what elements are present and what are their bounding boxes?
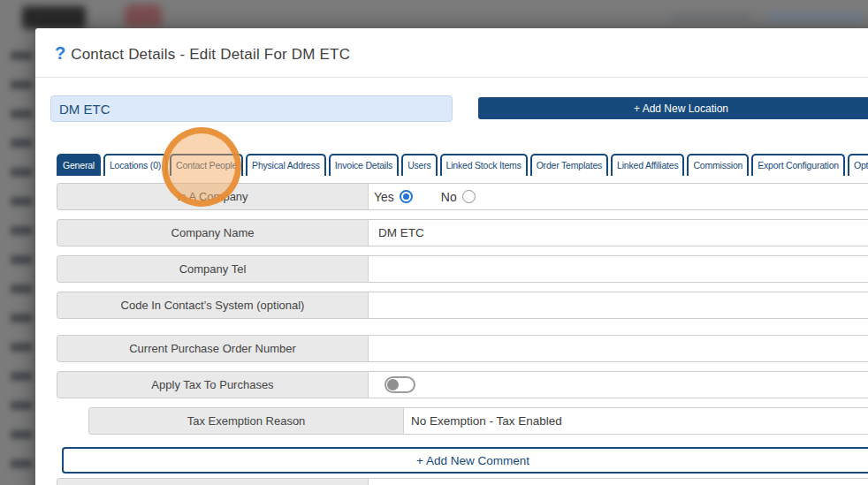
tab-export-configuration[interactable]: Export Configuration	[751, 154, 845, 176]
field-label: Company Name	[57, 220, 369, 246]
apply-tax-value	[369, 372, 868, 398]
field-label: Company Tel	[57, 256, 369, 282]
background-logo	[125, 4, 162, 27]
tab-general[interactable]: General	[57, 154, 101, 176]
top-controls: + Add New Location	[50, 95, 868, 122]
tab-contact-people[interactable]: Contact People	[170, 154, 243, 176]
apply-tax-toggle-off[interactable]	[385, 376, 415, 393]
form-row-tax-exemption-reason: Tax Exemption Reason No Exemption - Tax …	[88, 407, 868, 435]
is-a-company-radio-group: Yes No	[369, 184, 868, 209]
form-row-apply-tax-to-purchases: Apply Tax To Purchases	[57, 371, 868, 398]
current-purchase-order-number-value[interactable]	[369, 336, 868, 361]
field-label: Apply Tax To Purchases	[57, 372, 369, 398]
company-name-value[interactable]: DM ETC	[369, 220, 868, 246]
modal-title: Contact Details - Edit Detail For DM ETC	[71, 46, 350, 63]
tab-physical-address[interactable]: Physical Address	[246, 154, 326, 176]
contact-details-modal: ?Contact Details - Edit Detail For DM ET…	[35, 28, 868, 485]
radio-no-icon[interactable]	[462, 190, 476, 203]
background-top-links-2	[672, 13, 751, 21]
form-row-current-purchase-order-number: Current Purchase Order Number	[57, 335, 868, 362]
help-icon[interactable]: ?	[55, 43, 65, 63]
form-row-is-a-company: Is A Company Yes No	[57, 183, 868, 210]
radio-option-no[interactable]: No	[441, 190, 476, 204]
general-tab-form: Is A Company Yes No Company Name DM ETC …	[57, 183, 868, 485]
background-top-links	[767, 11, 863, 21]
tab-order-templates[interactable]: Order Templates	[530, 154, 608, 176]
field-label: Is A Company	[57, 184, 369, 209]
radio-yes-selected-icon[interactable]	[400, 190, 413, 203]
field-label	[57, 479, 369, 485]
add-new-comment-button[interactable]: + Add New Comment	[62, 447, 868, 474]
tab-linked-affiliates[interactable]: Linked Affiliates	[611, 154, 684, 176]
code-in-contacts-system-value[interactable]	[369, 292, 868, 318]
tab-linked-stock-items[interactable]: Linked Stock Items	[440, 154, 528, 176]
form-row-code-in-contacts-system: Code In Contact’s System (optional)	[57, 292, 868, 319]
background-sidebar-menu	[11, 51, 32, 485]
tab-invoice-details[interactable]: Invoice Details	[329, 154, 399, 176]
background-app-button	[22, 6, 86, 29]
tax-exemption-reason-value[interactable]: No Exemption - Tax Enabled	[404, 408, 868, 434]
modal-header: ?Contact Details - Edit Detail For DM ET…	[35, 28, 868, 78]
radio-label-yes: Yes	[374, 190, 394, 204]
field-label: Code In Contact’s System (optional)	[57, 292, 369, 318]
tab-commission[interactable]: Commission	[687, 154, 749, 176]
field-label: Current Purchase Order Number	[57, 336, 369, 361]
field-label: Tax Exemption Reason	[89, 408, 404, 434]
bottom-radio-group: Yes No	[369, 479, 868, 485]
company-tel-value[interactable]	[369, 256, 868, 282]
contact-name-input[interactable]	[50, 95, 453, 122]
tab-locations[interactable]: Locations (0)	[103, 154, 167, 176]
toggle-knob	[387, 379, 399, 390]
tab-users[interactable]: Users	[401, 154, 437, 176]
form-row-partial-bottom: Yes No	[57, 478, 868, 485]
tab-bar: General Locations (0) Contact People Phy…	[57, 154, 868, 176]
radio-option-yes[interactable]: Yes	[374, 190, 413, 204]
radio-label-no: No	[441, 190, 457, 204]
form-row-company-name: Company Name DM ETC	[57, 219, 868, 246]
add-new-location-button[interactable]: + Add New Location	[478, 97, 868, 119]
tab-options[interactable]: Options	[848, 154, 868, 176]
form-row-company-tel: Company Tel	[57, 255, 868, 283]
